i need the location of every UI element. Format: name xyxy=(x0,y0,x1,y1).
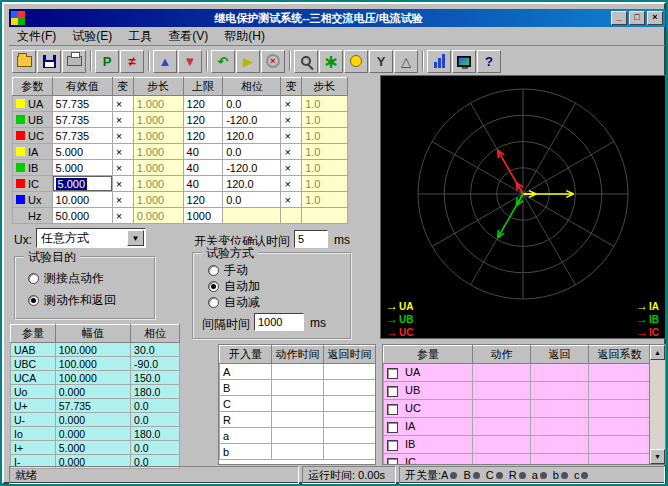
checkbox[interactable] xyxy=(387,386,398,397)
vary-toggle[interactable]: × xyxy=(281,112,302,128)
vary-toggle[interactable]: × xyxy=(281,96,302,112)
input-channel[interactable]: a xyxy=(220,428,272,444)
vary-toggle[interactable]: × xyxy=(112,96,133,112)
vary-toggle[interactable]: × xyxy=(112,160,133,176)
vary-toggle[interactable]: × xyxy=(281,176,302,192)
step-cell[interactable]: 1.0 xyxy=(302,144,348,160)
clock-button[interactable] xyxy=(344,50,368,73)
menu-test[interactable]: 试验(E) xyxy=(64,27,120,46)
menu-file[interactable]: 文件(F) xyxy=(9,27,64,46)
save-button[interactable] xyxy=(37,50,61,73)
vary-toggle[interactable]: × xyxy=(112,144,133,160)
phase-cell[interactable]: 0.0 xyxy=(223,144,281,160)
not-equal-button[interactable]: ≠ xyxy=(120,50,144,73)
value-cell[interactable]: 57.735 xyxy=(52,128,112,144)
step-cell[interactable]: 1.000 xyxy=(133,176,183,192)
step-cell[interactable]: 1.0 xyxy=(302,176,348,192)
limit-cell[interactable]: 120 xyxy=(183,96,223,112)
checkbox[interactable] xyxy=(387,458,398,465)
step-cell[interactable]: 1.000 xyxy=(133,112,183,128)
phase-cell[interactable]: 0.0 xyxy=(223,192,281,208)
chevron-down-icon[interactable]: ▼ xyxy=(127,230,144,246)
input-channel[interactable]: A xyxy=(220,364,272,380)
value-cell[interactable]: 10.000 xyxy=(52,192,112,208)
interval-input[interactable] xyxy=(254,313,304,331)
monitor-button[interactable] xyxy=(452,50,476,73)
vector-button[interactable]: Y xyxy=(369,50,393,73)
scroll-up-button[interactable]: ▲ xyxy=(650,345,665,360)
limit-cell[interactable]: 1000 xyxy=(183,208,223,224)
limit-cell[interactable]: 120 xyxy=(183,112,223,128)
step-cell[interactable]: 1.0 xyxy=(302,96,348,112)
vary-toggle[interactable]: × xyxy=(112,112,133,128)
radio-auto-increase[interactable]: 自动加 xyxy=(208,278,260,295)
vary-toggle[interactable]: × xyxy=(281,128,302,144)
p-phase-button[interactable]: P xyxy=(95,50,119,73)
input-channel[interactable]: R xyxy=(220,412,272,428)
step-cell[interactable]: 1.000 xyxy=(133,192,183,208)
step-cell[interactable]: 1.0 xyxy=(302,128,348,144)
zoom-button[interactable] xyxy=(294,50,318,73)
vary-toggle[interactable]: × xyxy=(112,176,133,192)
step-cell[interactable]: 1.000 xyxy=(133,160,183,176)
phase-cell[interactable] xyxy=(223,208,281,224)
undo-button[interactable]: ↶ xyxy=(211,50,235,73)
print-button[interactable] xyxy=(62,50,86,73)
limit-cell[interactable]: 40 xyxy=(183,144,223,160)
start-button[interactable]: ▶ xyxy=(236,50,260,73)
value-cell[interactable]: 5.000 xyxy=(52,144,112,160)
vary-toggle[interactable]: × xyxy=(112,208,133,224)
step-cell[interactable]: 0.000 xyxy=(133,208,183,224)
step-cell[interactable]: 1.0 xyxy=(302,160,348,176)
scroll-down-button[interactable]: ▼ xyxy=(650,449,665,464)
step-cell[interactable]: 1.000 xyxy=(133,144,183,160)
triangle-button[interactable]: △ xyxy=(394,50,418,73)
compass-button[interactable]: ∗ xyxy=(319,50,343,73)
radio-auto-decrease[interactable]: 自动减 xyxy=(208,294,260,311)
step-cell[interactable]: 1.0 xyxy=(302,112,348,128)
confirm-time-input[interactable] xyxy=(294,230,328,248)
input-channel[interactable]: C xyxy=(220,396,272,412)
limit-cell[interactable]: 40 xyxy=(183,160,223,176)
value-cell[interactable]: 5.000 xyxy=(52,160,112,176)
phase-cell[interactable]: 0.0 xyxy=(223,96,281,112)
step-cell[interactable]: 1.000 xyxy=(133,96,183,112)
limit-cell[interactable]: 120 xyxy=(183,128,223,144)
vary-toggle[interactable] xyxy=(281,208,302,224)
value-cell-editing[interactable]: 5.000 xyxy=(52,176,112,192)
menu-help[interactable]: 帮助(H) xyxy=(216,27,273,46)
phase-cell[interactable]: 120.0 xyxy=(223,128,281,144)
radio-manual[interactable]: 手动 xyxy=(208,262,248,279)
close-button[interactable]: × xyxy=(647,11,663,25)
phase-cell[interactable]: -120.0 xyxy=(223,160,281,176)
checkbox[interactable] xyxy=(387,368,398,379)
vary-toggle[interactable]: × xyxy=(112,192,133,208)
vary-toggle[interactable]: × xyxy=(281,160,302,176)
vary-toggle[interactable]: × xyxy=(281,144,302,160)
bar-chart-button[interactable] xyxy=(427,50,451,73)
vary-toggle[interactable]: × xyxy=(281,192,302,208)
radio-contact-action[interactable]: 测接点动作 xyxy=(28,270,104,287)
value-cell[interactable]: 57.735 xyxy=(52,96,112,112)
checkbox[interactable] xyxy=(387,422,398,433)
step-cell[interactable]: 1.0 xyxy=(302,192,348,208)
checkbox[interactable] xyxy=(387,404,398,415)
checkbox[interactable] xyxy=(387,440,398,451)
scrollbar[interactable]: ▲ ▼ xyxy=(649,345,665,464)
minimize-button[interactable]: _ xyxy=(611,11,627,25)
value-cell[interactable]: 50.000 xyxy=(52,208,112,224)
step-cell[interactable]: 1.000 xyxy=(133,128,183,144)
open-button[interactable] xyxy=(12,50,36,73)
help-button[interactable]: ? xyxy=(477,50,501,73)
phase-cell[interactable]: 120.0 xyxy=(223,176,281,192)
maximize-button[interactable]: □ xyxy=(629,11,645,25)
radio-action-return[interactable]: 测动作和返回 xyxy=(28,292,116,309)
step-up-button[interactable]: ▲ xyxy=(153,50,177,73)
vary-toggle[interactable]: × xyxy=(112,128,133,144)
phase-cell[interactable]: -120.0 xyxy=(223,112,281,128)
limit-cell[interactable]: 40 xyxy=(183,176,223,192)
step-cell[interactable] xyxy=(302,208,348,224)
value-cell[interactable]: 57.735 xyxy=(52,112,112,128)
step-down-button[interactable]: ▼ xyxy=(178,50,202,73)
ux-mode-select[interactable]: 任意方式 ▼ xyxy=(36,228,146,248)
